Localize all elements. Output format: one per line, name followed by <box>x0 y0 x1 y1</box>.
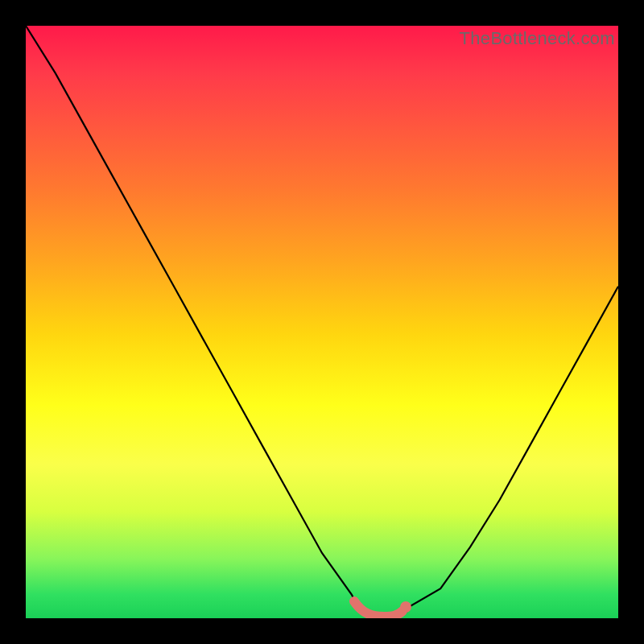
bottleneck-curve-line <box>26 26 618 617</box>
optimum-range-marker <box>354 601 402 617</box>
curve-svg <box>26 26 618 618</box>
gradient-plot-area: TheBottleneck.com <box>26 26 618 618</box>
optimum-end-dot <box>400 601 411 613</box>
chart-frame: TheBottleneck.com <box>0 0 644 644</box>
